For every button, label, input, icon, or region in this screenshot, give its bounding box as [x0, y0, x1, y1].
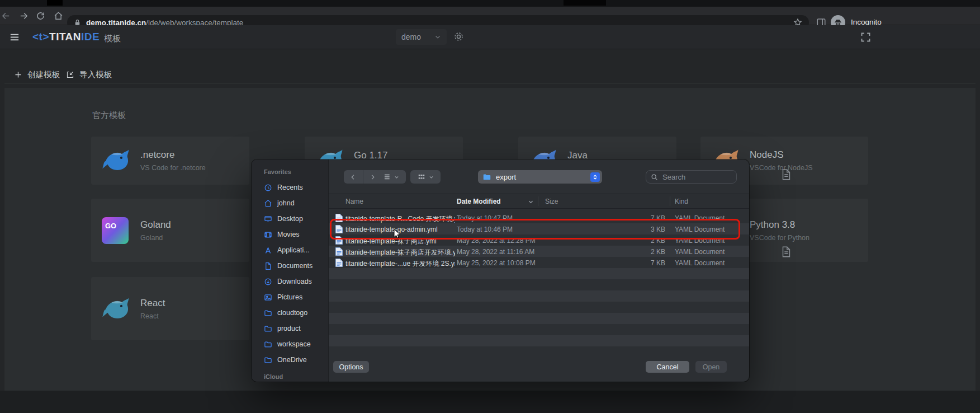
file-badge-icon [780, 168, 792, 181]
import-template-label: 导入模板 [79, 69, 112, 80]
column-size[interactable]: Size [545, 198, 558, 205]
file-row[interactable]: titanide-template-...ue 开发环境 2S.yml May … [329, 257, 749, 268]
file-size: 2 KB [608, 248, 665, 256]
sidebar-item[interactable]: product [252, 321, 328, 336]
empty-row [329, 324, 749, 335]
list-view-icon [383, 173, 391, 181]
empty-row [329, 279, 749, 290]
screen: demo.titanide.cn/ide/web/workspace/templ… [0, 0, 980, 413]
chevron-down-icon [429, 175, 434, 180]
desktop-icon [264, 215, 272, 223]
import-template-button[interactable]: 导入模板 [66, 67, 112, 82]
card-title: Python 3.8 [750, 219, 809, 231]
sidebar-item-label: product [277, 325, 301, 332]
sidebar-item-label: Applicati... [277, 246, 310, 254]
applications-icon [264, 246, 272, 255]
location-dropdown[interactable]: export [478, 170, 602, 184]
sidebar-item-label: workspace [277, 340, 311, 348]
sidebar-item-label: Pictures [277, 293, 302, 301]
column-divider [538, 196, 538, 206]
sidebar-item[interactable]: cloudtogo [252, 305, 328, 321]
titanide-logo[interactable]: <t>TITANIDE [32, 31, 100, 43]
sidebar-item-label: Downloads [277, 278, 312, 285]
list-view-button[interactable] [376, 170, 406, 184]
mouse-cursor [391, 228, 403, 240]
card-text: Python 3.8 VSCode for Python [750, 219, 809, 242]
empty-row [329, 268, 749, 279]
stepper-icon [590, 172, 600, 182]
options-button[interactable]: Options [333, 361, 369, 373]
template-card[interactable]: React React [91, 277, 249, 340]
sidebar-item[interactable]: Documents [252, 258, 328, 274]
sidebar-item-label: Desktop [277, 215, 303, 223]
sidebar-item[interactable]: Downloads [252, 274, 328, 289]
reload-icon[interactable] [36, 11, 45, 21]
icloud-label: iCloud [252, 373, 328, 380]
sidebar-item[interactable]: workspace [252, 336, 328, 352]
file-name: titanide-template-...ue 开发环境 2S.yml [345, 259, 455, 269]
card-text: React React [140, 298, 165, 320]
home-icon[interactable] [54, 11, 63, 21]
sidebar-item-label: cloudtogo [277, 309, 307, 317]
film-icon [264, 231, 272, 239]
menu-icon[interactable] [9, 32, 20, 43]
settings-gear-icon[interactable] [453, 31, 465, 43]
file-open-dialog: Favorites Recents johnd Deskt [252, 159, 749, 382]
card-subtitle: Goland [140, 234, 171, 242]
favorites-label: Favorites [252, 168, 328, 180]
workspace-selector[interactable]: demo [396, 29, 447, 45]
logo-titan: TITAN [49, 31, 81, 43]
sidebar-item[interactable]: Movies [252, 227, 328, 242]
file-badge-icon [780, 246, 792, 258]
location-label: export [496, 173, 586, 181]
column-divider [670, 196, 670, 206]
yaml-file-icon [335, 247, 343, 256]
tab-favicon-area [47, 0, 63, 6]
forward-icon[interactable] [19, 11, 29, 21]
column-date-modified[interactable]: Date Modified [457, 198, 501, 205]
search-input[interactable] [661, 172, 732, 182]
empty-row [329, 346, 749, 356]
sidebar-item[interactable]: Pictures [252, 289, 328, 305]
sidebar-item[interactable]: Applicati... [252, 242, 328, 258]
card-title: Goland [140, 219, 171, 231]
cancel-button[interactable]: Cancel [646, 361, 689, 373]
file-row[interactable]: titanide-template-袜子商店开发环境.yml May 28, 2… [329, 246, 749, 257]
card-subtitle: VS Code for .netcore [140, 164, 206, 172]
toolbar-divider [4, 83, 976, 83]
workspace-name: demo [401, 32, 421, 41]
column-name[interactable]: Name [345, 198, 363, 205]
group-view-button[interactable] [410, 170, 441, 184]
create-template-label: 创建模板 [27, 69, 60, 80]
goland-icon: GO [100, 217, 130, 244]
file-date-modified: May 28, 2022 at 11:16 AM [457, 248, 534, 256]
card-title: .netcore [140, 149, 206, 161]
tab-dark-patch [564, 0, 606, 6]
sidebar-item[interactable]: johnd [252, 195, 328, 211]
sidebar-item-label: OneDrive [277, 356, 307, 364]
back-icon[interactable] [1, 11, 11, 21]
fullscreen-icon[interactable] [860, 31, 872, 43]
template-card[interactable]: .netcore VS Code for .netcore [91, 137, 249, 185]
folder-icon [482, 173, 491, 181]
empty-row [329, 290, 749, 302]
column-kind[interactable]: Kind [675, 198, 688, 205]
sidebar-item[interactable]: Recents [252, 180, 328, 195]
chevron-down-icon [394, 175, 399, 180]
plus-icon [14, 71, 22, 79]
template-card[interactable]: GO Goland Goland [91, 199, 249, 262]
card-title: React [140, 298, 165, 309]
file-size: 7 KB [608, 259, 665, 267]
fish-icon [100, 147, 130, 174]
dialog-back-button[interactable] [344, 170, 363, 184]
sidebar-item[interactable]: OneDrive [252, 352, 328, 368]
sidebar-item-label: Movies [277, 231, 300, 238]
create-template-button[interactable]: 创建模板 [14, 67, 60, 82]
card-text: .netcore VS Code for .netcore [140, 149, 206, 172]
open-button[interactable]: Open [695, 361, 727, 373]
page-footer [0, 391, 980, 413]
logo-bracket: <t> [32, 31, 49, 43]
yaml-file-icon [335, 259, 343, 267]
sidebar-item[interactable]: Desktop [252, 211, 328, 227]
card-text: Goland Goland [140, 219, 171, 242]
